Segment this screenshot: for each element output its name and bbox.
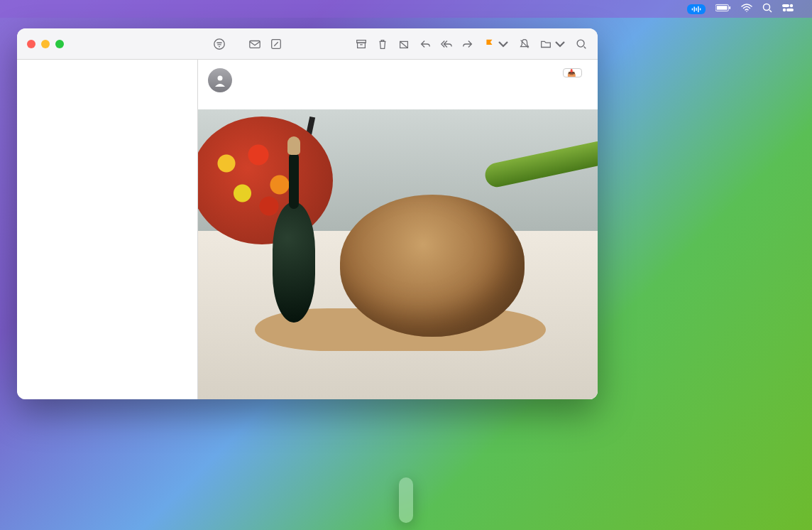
spotlight-icon[interactable]	[762, 3, 772, 15]
move-icon[interactable]	[539, 38, 552, 50]
flag-icon[interactable]	[483, 38, 495, 50]
junk-icon[interactable]	[397, 38, 410, 50]
svg-point-11	[790, 4, 793, 7]
trash-icon[interactable]	[376, 38, 389, 50]
compose-icon[interactable]	[270, 38, 282, 50]
search-icon[interactable]	[575, 38, 588, 50]
svg-point-14	[214, 38, 224, 48]
message-body	[198, 95, 598, 109]
svg-rect-1	[694, 6, 695, 11]
svg-rect-12	[786, 9, 794, 11]
svg-point-27	[218, 76, 223, 81]
svg-rect-10	[782, 4, 789, 7]
svg-point-25	[577, 40, 584, 47]
reply-icon[interactable]	[419, 38, 432, 50]
sender-avatar	[208, 68, 232, 92]
svg-rect-3	[698, 6, 698, 11]
flag-chevron-icon[interactable]	[497, 38, 510, 50]
mail-titlebar	[17, 28, 598, 60]
reading-pane: 📥	[198, 60, 598, 399]
move-chevron-icon[interactable]	[554, 38, 566, 50]
svg-line-9	[769, 10, 772, 12]
svg-line-24	[400, 41, 408, 48]
reply-all-icon[interactable]	[440, 38, 453, 50]
new-mail-icon[interactable]	[248, 38, 261, 50]
wifi-icon[interactable]	[741, 4, 752, 14]
svg-point-8	[764, 4, 770, 11]
window-zoom-button[interactable]	[55, 40, 64, 48]
svg-rect-0	[692, 8, 693, 10]
svg-line-26	[584, 46, 586, 48]
mail-window: 📥	[17, 28, 598, 399]
mute-icon[interactable]	[518, 38, 531, 50]
message-list[interactable]	[17, 60, 198, 399]
menubar[interactable]	[0, 0, 812, 18]
folder-badge[interactable]: 📥	[563, 68, 582, 77]
svg-point-13	[783, 9, 786, 11]
filter-icon[interactable]	[213, 38, 226, 50]
message-attachment-image[interactable]	[198, 109, 598, 399]
svg-rect-21	[358, 43, 366, 48]
forward-icon[interactable]	[461, 38, 474, 50]
svg-rect-18	[250, 40, 260, 48]
battery-icon[interactable]	[715, 4, 731, 14]
control-center-icon[interactable]	[782, 4, 794, 14]
voice-control-icon[interactable]	[687, 4, 706, 14]
archive-icon[interactable]	[355, 38, 368, 50]
window-minimize-button[interactable]	[41, 40, 50, 48]
window-close-button[interactable]	[27, 40, 35, 48]
dock[interactable]	[399, 477, 413, 523]
svg-rect-7	[729, 6, 730, 9]
svg-rect-4	[700, 8, 701, 10]
svg-rect-2	[696, 7, 696, 10]
svg-rect-6	[717, 6, 728, 10]
